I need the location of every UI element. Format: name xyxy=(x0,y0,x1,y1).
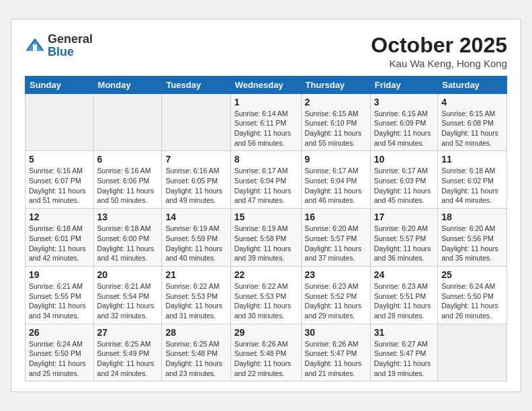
calendar-week-row: 19Sunrise: 6:21 AM Sunset: 5:55 PM Dayli… xyxy=(26,266,507,324)
day-info: Sunrise: 6:20 AM Sunset: 5:57 PM Dayligh… xyxy=(305,224,367,263)
calendar-day-cell: 7Sunrise: 6:16 AM Sunset: 6:05 PM Daylig… xyxy=(162,151,230,209)
day-info: Sunrise: 6:23 AM Sunset: 5:51 PM Dayligh… xyxy=(374,281,435,321)
calendar-day-cell: 2Sunrise: 6:15 AM Sunset: 6:10 PM Daylig… xyxy=(301,93,370,151)
month-title: October 2025 xyxy=(371,33,507,58)
day-number: 31 xyxy=(374,327,435,338)
day-info: Sunrise: 6:27 AM Sunset: 5:47 PM Dayligh… xyxy=(374,339,435,379)
calendar-week-row: 26Sunrise: 6:24 AM Sunset: 5:50 PM Dayli… xyxy=(26,324,507,381)
day-number: 21 xyxy=(165,269,226,280)
calendar-day-cell: 28Sunrise: 6:25 AM Sunset: 5:48 PM Dayli… xyxy=(162,324,230,381)
calendar-day-cell: 16Sunrise: 6:20 AM Sunset: 5:57 PM Dayli… xyxy=(301,209,370,267)
day-info: Sunrise: 6:18 AM Sunset: 6:00 PM Dayligh… xyxy=(97,224,159,263)
calendar-day-cell: 31Sunrise: 6:27 AM Sunset: 5:47 PM Dayli… xyxy=(370,324,438,381)
day-info: Sunrise: 6:21 AM Sunset: 5:55 PM Dayligh… xyxy=(29,281,90,321)
day-number: 2 xyxy=(305,97,367,107)
calendar-day-cell: 12Sunrise: 6:18 AM Sunset: 6:01 PM Dayli… xyxy=(26,209,94,267)
title-block: October 2025 Kau Wa Keng, Hong Kong xyxy=(371,33,507,69)
logo: General Blue xyxy=(25,33,93,60)
day-info: Sunrise: 6:19 AM Sunset: 5:59 PM Dayligh… xyxy=(165,224,226,263)
calendar-day-cell: 11Sunrise: 6:18 AM Sunset: 6:02 PM Dayli… xyxy=(438,151,507,209)
day-info: Sunrise: 6:25 AM Sunset: 5:48 PM Dayligh… xyxy=(165,339,226,379)
calendar-week-row: 1Sunrise: 6:14 AM Sunset: 6:11 PM Daylig… xyxy=(26,93,507,151)
calendar-day-cell: 25Sunrise: 6:24 AM Sunset: 5:50 PM Dayli… xyxy=(438,266,507,324)
day-info: Sunrise: 6:18 AM Sunset: 6:02 PM Dayligh… xyxy=(441,166,503,205)
day-number: 10 xyxy=(374,154,435,165)
weekday-header-tuesday: Tuesday xyxy=(162,76,230,93)
day-info: Sunrise: 6:20 AM Sunset: 5:57 PM Dayligh… xyxy=(374,224,435,263)
day-number: 23 xyxy=(305,269,367,280)
calendar-day-cell: 1Sunrise: 6:14 AM Sunset: 6:11 PM Daylig… xyxy=(230,93,301,151)
svg-rect-2 xyxy=(33,45,37,51)
calendar-header: General Blue October 2025 Kau Wa Keng, H… xyxy=(25,33,507,69)
weekday-header-sunday: Sunday xyxy=(26,76,94,93)
weekday-header-monday: Monday xyxy=(93,76,162,93)
day-info: Sunrise: 6:17 AM Sunset: 6:03 PM Dayligh… xyxy=(374,166,435,205)
logo-general: General xyxy=(48,32,93,46)
calendar-day-cell xyxy=(438,324,507,381)
day-info: Sunrise: 6:16 AM Sunset: 6:06 PM Dayligh… xyxy=(97,166,159,205)
day-info: Sunrise: 6:22 AM Sunset: 5:53 PM Dayligh… xyxy=(234,281,298,321)
calendar-day-cell: 19Sunrise: 6:21 AM Sunset: 5:55 PM Dayli… xyxy=(26,266,94,324)
calendar-day-cell: 10Sunrise: 6:17 AM Sunset: 6:03 PM Dayli… xyxy=(370,151,438,209)
logo-text: General Blue xyxy=(48,33,93,60)
day-number: 28 xyxy=(165,327,226,338)
day-info: Sunrise: 6:14 AM Sunset: 6:11 PM Dayligh… xyxy=(234,109,298,148)
day-number: 9 xyxy=(305,154,367,165)
day-info: Sunrise: 6:15 AM Sunset: 6:10 PM Dayligh… xyxy=(305,109,367,148)
calendar-day-cell xyxy=(162,93,230,151)
calendar-day-cell: 18Sunrise: 6:20 AM Sunset: 5:56 PM Dayli… xyxy=(438,209,507,267)
weekday-header-row: SundayMondayTuesdayWednesdayThursdayFrid… xyxy=(26,76,507,93)
weekday-header-saturday: Saturday xyxy=(438,76,507,93)
day-info: Sunrise: 6:19 AM Sunset: 5:58 PM Dayligh… xyxy=(234,224,298,263)
day-number: 8 xyxy=(234,154,298,165)
logo-icon xyxy=(25,36,45,56)
day-number: 19 xyxy=(29,269,90,280)
calendar-day-cell: 8Sunrise: 6:17 AM Sunset: 6:04 PM Daylig… xyxy=(230,151,301,209)
day-info: Sunrise: 6:24 AM Sunset: 5:50 PM Dayligh… xyxy=(441,281,503,321)
calendar-day-cell: 24Sunrise: 6:23 AM Sunset: 5:51 PM Dayli… xyxy=(370,266,438,324)
day-number: 1 xyxy=(234,97,298,107)
day-number: 27 xyxy=(97,327,159,338)
day-number: 18 xyxy=(441,212,503,222)
day-info: Sunrise: 6:22 AM Sunset: 5:53 PM Dayligh… xyxy=(165,281,226,321)
day-info: Sunrise: 6:25 AM Sunset: 5:49 PM Dayligh… xyxy=(97,339,159,379)
day-info: Sunrise: 6:15 AM Sunset: 6:08 PM Dayligh… xyxy=(441,109,503,148)
calendar-day-cell: 5Sunrise: 6:16 AM Sunset: 6:07 PM Daylig… xyxy=(26,151,94,209)
day-info: Sunrise: 6:16 AM Sunset: 6:07 PM Dayligh… xyxy=(29,166,90,205)
day-number: 13 xyxy=(97,212,159,222)
calendar-week-row: 5Sunrise: 6:16 AM Sunset: 6:07 PM Daylig… xyxy=(26,151,507,209)
day-number: 30 xyxy=(305,327,367,338)
day-info: Sunrise: 6:26 AM Sunset: 5:47 PM Dayligh… xyxy=(305,339,367,379)
calendar-day-cell: 17Sunrise: 6:20 AM Sunset: 5:57 PM Dayli… xyxy=(370,209,438,267)
weekday-header-friday: Friday xyxy=(370,76,438,93)
calendar-week-row: 12Sunrise: 6:18 AM Sunset: 6:01 PM Dayli… xyxy=(26,209,507,267)
calendar-day-cell: 26Sunrise: 6:24 AM Sunset: 5:50 PM Dayli… xyxy=(26,324,94,381)
day-info: Sunrise: 6:20 AM Sunset: 5:56 PM Dayligh… xyxy=(441,224,503,263)
day-info: Sunrise: 6:16 AM Sunset: 6:05 PM Dayligh… xyxy=(165,166,226,205)
calendar-day-cell: 27Sunrise: 6:25 AM Sunset: 5:49 PM Dayli… xyxy=(93,324,162,381)
calendar-day-cell: 3Sunrise: 6:15 AM Sunset: 6:09 PM Daylig… xyxy=(370,93,438,151)
day-info: Sunrise: 6:21 AM Sunset: 5:54 PM Dayligh… xyxy=(97,281,159,321)
calendar-day-cell xyxy=(93,93,162,151)
day-info: Sunrise: 6:15 AM Sunset: 6:09 PM Dayligh… xyxy=(374,109,435,148)
day-number: 24 xyxy=(374,269,435,280)
day-info: Sunrise: 6:23 AM Sunset: 5:52 PM Dayligh… xyxy=(305,281,367,321)
day-info: Sunrise: 6:24 AM Sunset: 5:50 PM Dayligh… xyxy=(29,339,90,379)
day-info: Sunrise: 6:17 AM Sunset: 6:04 PM Dayligh… xyxy=(234,166,298,205)
weekday-header-wednesday: Wednesday xyxy=(230,76,301,93)
day-info: Sunrise: 6:17 AM Sunset: 6:04 PM Dayligh… xyxy=(305,166,367,205)
day-number: 7 xyxy=(165,154,226,165)
calendar-day-cell xyxy=(26,93,94,151)
day-number: 29 xyxy=(234,327,298,338)
day-number: 16 xyxy=(305,212,367,222)
day-number: 15 xyxy=(234,212,298,222)
calendar-day-cell: 15Sunrise: 6:19 AM Sunset: 5:58 PM Dayli… xyxy=(230,209,301,267)
day-number: 6 xyxy=(97,154,159,165)
calendar-day-cell: 23Sunrise: 6:23 AM Sunset: 5:52 PM Dayli… xyxy=(301,266,370,324)
day-number: 17 xyxy=(374,212,435,222)
location-subtitle: Kau Wa Keng, Hong Kong xyxy=(371,58,507,69)
calendar-day-cell: 30Sunrise: 6:26 AM Sunset: 5:47 PM Dayli… xyxy=(301,324,370,381)
calendar-day-cell: 22Sunrise: 6:22 AM Sunset: 5:53 PM Dayli… xyxy=(230,266,301,324)
calendar-day-cell: 6Sunrise: 6:16 AM Sunset: 6:06 PM Daylig… xyxy=(93,151,162,209)
calendar-day-cell: 20Sunrise: 6:21 AM Sunset: 5:54 PM Dayli… xyxy=(93,266,162,324)
